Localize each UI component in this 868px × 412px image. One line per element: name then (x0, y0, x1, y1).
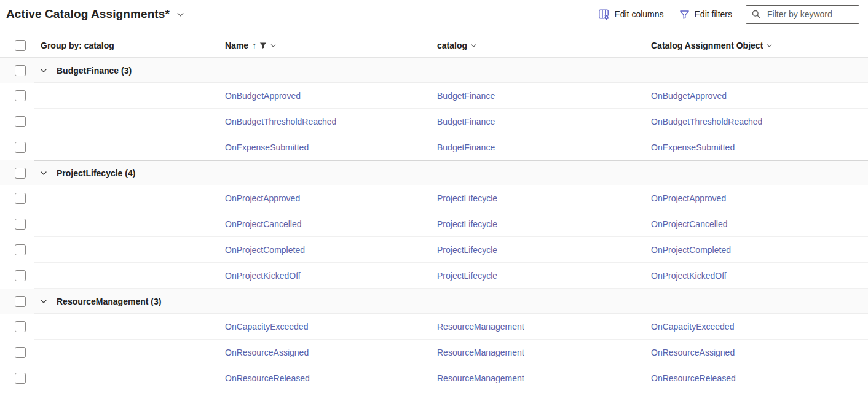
filter-applied-icon (259, 42, 267, 49)
name-cell: OnBudgetApproved (219, 83, 431, 109)
keyword-filter-input[interactable] (766, 9, 854, 20)
catalog-cell: BudgetFinance (431, 134, 645, 160)
catalog-link[interactable]: BudgetFinance (437, 91, 495, 101)
group-spacer-cell (219, 160, 431, 185)
row-group-spacer-cell (34, 83, 219, 109)
chevron-down-icon[interactable] (270, 42, 277, 49)
object-column-label: Catalog Assignment Object (651, 41, 763, 50)
row-select-cell (0, 365, 34, 391)
object-link[interactable]: OnCapacityExceeded (651, 322, 734, 332)
name-link[interactable]: OnProjectApproved (225, 193, 300, 203)
object-cell: OnExpenseSubmitted (645, 134, 868, 160)
name-link[interactable]: OnBudgetThresholdReached (225, 117, 336, 126)
name-cell: OnResourceReleased (219, 365, 431, 391)
catalog-link[interactable]: ResourceManagement (437, 373, 524, 383)
table-row[interactable]: OnProjectApprovedProjectLifecycleOnProje… (0, 185, 868, 211)
object-cell: OnProjectApproved (645, 185, 868, 211)
table-row[interactable]: OnCapacityExceededResourceManagementOnCa… (0, 314, 868, 340)
object-link[interactable]: OnResourceAssigned (651, 348, 735, 357)
object-link[interactable]: OnProjectApproved (651, 193, 726, 203)
group-label: BudgetFinance (3) (57, 66, 132, 76)
row-select-cell (0, 185, 34, 211)
name-link[interactable]: OnCapacityExceeded (225, 322, 308, 332)
column-header-catalog[interactable]: catalog (431, 34, 645, 58)
table-row[interactable]: OnBudgetThresholdReachedBudgetFinanceOnB… (0, 109, 868, 134)
column-header-object[interactable]: Catalog Assignment Object (645, 34, 868, 58)
table-row[interactable]: OnBudgetApprovedBudgetFinanceOnBudgetApp… (0, 83, 868, 109)
object-link[interactable]: OnProjectCancelled (651, 219, 728, 229)
object-link[interactable]: OnExpenseSubmitted (651, 142, 735, 152)
search-icon (751, 9, 761, 19)
name-link[interactable]: OnResourceReleased (225, 373, 310, 383)
table-row[interactable]: OnExpenseSubmittedBudgetFinanceOnExpense… (0, 134, 868, 160)
object-cell: OnProjectKickedOff (645, 263, 868, 289)
table-settings-icon (598, 8, 610, 20)
catalog-link[interactable]: ProjectLifecycle (437, 193, 497, 203)
object-cell: OnBudgetThresholdReached (645, 109, 868, 134)
row-group-spacer-cell (34, 134, 219, 160)
select-all-checkbox[interactable] (15, 40, 26, 51)
view-selector[interactable]: Active Catalog Assignments* (6, 7, 185, 21)
name-link[interactable]: OnBudgetApproved (225, 91, 301, 101)
group-select-checkbox[interactable] (15, 168, 26, 179)
column-header-name[interactable]: Name ↑ (219, 34, 431, 58)
catalog-link[interactable]: ResourceManagement (437, 348, 524, 357)
catalog-link[interactable]: ProjectLifecycle (437, 245, 497, 255)
view-selector-chevron-down-icon[interactable] (176, 10, 185, 19)
name-link[interactable]: OnExpenseSubmitted (225, 142, 309, 152)
row-select-checkbox[interactable] (15, 321, 26, 332)
group-expander-chevron-down-icon[interactable] (36, 169, 52, 177)
group-select-checkbox[interactable] (15, 296, 26, 307)
row-select-cell (0, 134, 34, 160)
chevron-down-icon[interactable] (470, 42, 477, 49)
select-all-cell (0, 34, 34, 58)
group-label: ProjectLifecycle (4) (57, 168, 135, 178)
name-link[interactable]: OnProjectCompleted (225, 245, 305, 255)
chevron-down-icon[interactable] (766, 42, 773, 49)
object-link[interactable]: OnBudgetApproved (651, 91, 727, 101)
edit-columns-button[interactable]: Edit columns (596, 6, 665, 23)
group-expander-chevron-down-icon[interactable] (36, 297, 52, 306)
row-select-checkbox[interactable] (15, 270, 26, 281)
row-select-checkbox[interactable] (15, 219, 26, 230)
command-bar: Active Catalog Assignments* (0, 0, 868, 28)
table-row[interactable]: OnProjectCancelledProjectLifecycleOnProj… (0, 211, 868, 237)
keyword-filter-box[interactable] (746, 5, 859, 24)
object-link[interactable]: OnBudgetThresholdReached (651, 117, 762, 126)
row-select-checkbox[interactable] (15, 116, 26, 127)
row-select-checkbox[interactable] (15, 193, 26, 204)
table-row[interactable]: OnResourceReleasedResourceManagementOnRe… (0, 365, 868, 391)
name-link[interactable]: OnResourceAssigned (225, 348, 309, 357)
object-link[interactable]: OnResourceReleased (651, 373, 736, 383)
catalog-link[interactable]: ResourceManagement (437, 322, 524, 332)
group-select-checkbox[interactable] (15, 65, 26, 76)
catalog-link[interactable]: BudgetFinance (437, 117, 495, 126)
row-select-checkbox[interactable] (15, 347, 26, 358)
column-header-group-by[interactable]: Group by: catalog (34, 34, 219, 58)
group-expander-chevron-down-icon[interactable] (36, 66, 52, 75)
row-select-checkbox[interactable] (15, 90, 26, 101)
row-select-checkbox[interactable] (15, 142, 26, 153)
object-link[interactable]: OnProjectCompleted (651, 245, 731, 255)
name-link[interactable]: OnProjectKickedOff (225, 271, 301, 281)
catalog-link[interactable]: ProjectLifecycle (437, 271, 497, 281)
row-group-spacer-cell (34, 211, 219, 237)
row-select-cell (0, 83, 34, 109)
row-select-cell (0, 314, 34, 340)
table-row[interactable]: OnProjectCompletedProjectLifecycleOnProj… (0, 237, 868, 263)
name-cell: OnBudgetThresholdReached (219, 109, 431, 134)
name-cell: OnProjectKickedOff (219, 263, 431, 289)
row-select-checkbox[interactable] (15, 373, 26, 384)
catalog-link[interactable]: ProjectLifecycle (437, 219, 497, 229)
edit-filters-button[interactable]: Edit filters (677, 6, 733, 23)
name-link[interactable]: OnProjectCancelled (225, 219, 302, 229)
table-row[interactable]: OnResourceAssignedResourceManagementOnRe… (0, 340, 868, 365)
catalog-link[interactable]: BudgetFinance (437, 142, 495, 152)
name-cell: OnProjectCompleted (219, 237, 431, 263)
object-link[interactable]: OnProjectKickedOff (651, 271, 727, 281)
row-select-checkbox[interactable] (15, 244, 26, 255)
grid-body: BudgetFinance (3)OnBudgetApprovedBudgetF… (0, 58, 868, 391)
row-group-spacer-cell (34, 314, 219, 340)
catalog-cell: BudgetFinance (431, 83, 645, 109)
table-row[interactable]: OnProjectKickedOffProjectLifecycleOnProj… (0, 263, 868, 289)
